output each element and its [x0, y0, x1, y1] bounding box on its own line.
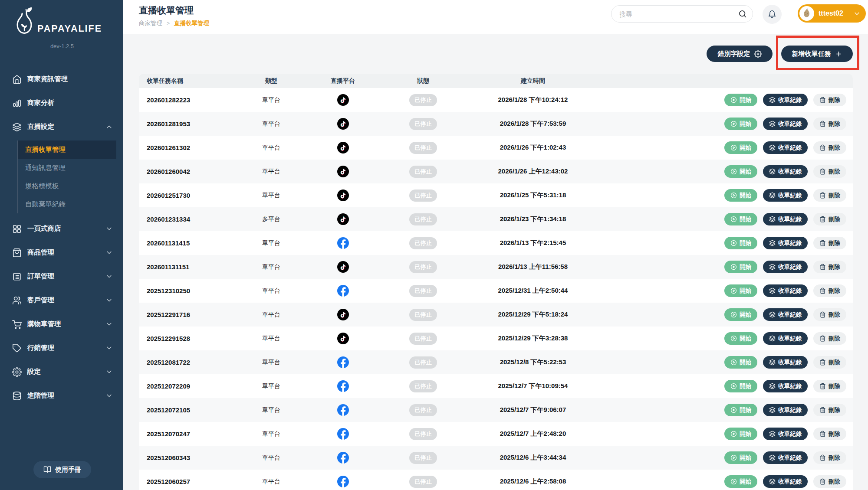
sidebar-item[interactable]: 訂單管理: [0, 265, 123, 288]
delete-button[interactable]: 刪除: [813, 261, 846, 273]
delete-button[interactable]: 刪除: [813, 237, 846, 249]
delete-button[interactable]: 刪除: [813, 189, 846, 202]
breadcrumb-current: 直播收單管理: [174, 20, 209, 27]
user-manual-button[interactable]: 使用手冊: [33, 461, 91, 478]
records-button[interactable]: 收單紀錄: [763, 141, 808, 154]
records-button[interactable]: 收單紀錄: [763, 428, 808, 440]
trash-icon: [819, 216, 826, 222]
start-button[interactable]: 開始: [724, 118, 757, 130]
delete-button[interactable]: 刪除: [813, 380, 846, 392]
sidebar-item[interactable]: 直播設定: [0, 115, 123, 139]
delete-button[interactable]: 刪除: [813, 165, 846, 178]
start-button[interactable]: 開始: [724, 94, 757, 106]
delete-button[interactable]: 刪除: [813, 141, 846, 154]
start-button[interactable]: 開始: [724, 332, 757, 345]
delete-button[interactable]: 刪除: [813, 332, 846, 345]
table-row: 202512060343 單平台 已停止 2025/12/6 上午3:44:34…: [139, 446, 853, 470]
task-table-card: 收單任務名稱 類型 直播平台 狀態 建立時間 202601282223 單平台 …: [139, 74, 853, 490]
delete-button[interactable]: 刪除: [813, 356, 846, 369]
sidebar-item-icon: [12, 296, 22, 305]
start-button[interactable]: 開始: [724, 451, 757, 464]
delete-button[interactable]: 刪除: [813, 451, 846, 464]
trash-icon: [819, 454, 826, 461]
table-row: 202512081722 單平台 已停止 2025/12/8 下午5:22:53…: [139, 350, 853, 374]
table-row: 202601281953 單平台 已停止 2026/1/28 下午7:53:59…: [139, 112, 853, 136]
delete-button[interactable]: 刪除: [813, 213, 846, 225]
papayalife-logo-icon: [13, 6, 36, 42]
breadcrumb-parent[interactable]: 商家管理: [139, 20, 162, 27]
delete-button[interactable]: 刪除: [813, 428, 846, 440]
add-task-button[interactable]: 新增收單任務: [781, 46, 853, 62]
facebook-icon: [337, 452, 349, 464]
sidebar-item-label: 設定: [27, 367, 41, 376]
search-input[interactable]: [612, 6, 753, 22]
records-button[interactable]: 收單紀錄: [763, 332, 808, 345]
sidebar-item-icon: [12, 122, 22, 132]
sidebar-nav: 商家資訊管理 商家分析 直播設定 直播收單管理通知訊息管理規格標模板自動棄單紀錄…: [0, 67, 123, 408]
start-button[interactable]: 開始: [724, 308, 757, 321]
records-button[interactable]: 收單紀錄: [763, 308, 808, 321]
records-button[interactable]: 收單紀錄: [763, 284, 808, 297]
start-button[interactable]: 開始: [724, 261, 757, 273]
sidebar-item[interactable]: 購物車管理: [0, 312, 123, 336]
created-time: 2025/12/6 上午2:58:08: [451, 477, 615, 486]
records-button[interactable]: 收單紀錄: [763, 475, 808, 488]
records-button[interactable]: 收單紀錄: [763, 94, 808, 106]
created-time: 2026/1/26 下午1:02:43: [451, 144, 615, 152]
sidebar-item[interactable]: 商品管理: [0, 241, 123, 265]
created-time: 2026/1/28 下午10:24:12: [451, 96, 615, 104]
start-button[interactable]: 開始: [724, 475, 757, 488]
created-time: 2025/12/29 下午3:28:38: [451, 334, 615, 343]
start-button[interactable]: 開始: [724, 189, 757, 202]
typo-settings-button[interactable]: 錯別字設定: [707, 46, 773, 62]
logo-leaf: [27, 7, 32, 12]
sidebar-item[interactable]: 商家分析: [0, 91, 123, 115]
table-row: 202512072105 單平台 已停止 2025/12/7 下午9:06:07…: [139, 398, 853, 422]
delete-button[interactable]: 刪除: [813, 94, 846, 106]
records-button[interactable]: 收單紀錄: [763, 189, 808, 202]
sidebar-item-label: 行銷管理: [27, 343, 54, 353]
start-button[interactable]: 開始: [724, 237, 757, 249]
sidebar-subitem[interactable]: 直播收單管理: [18, 140, 116, 159]
topbar: 直播收單管理 商家管理 > 直播收單管理 tttest02: [123, 0, 868, 34]
start-button[interactable]: 開始: [724, 284, 757, 297]
sidebar-item[interactable]: 設定: [0, 360, 123, 384]
delete-button[interactable]: 刪除: [813, 118, 846, 130]
start-button[interactable]: 開始: [724, 141, 757, 154]
delete-button[interactable]: 刪除: [813, 284, 846, 297]
records-button[interactable]: 收單紀錄: [763, 356, 808, 369]
start-button[interactable]: 開始: [724, 404, 757, 416]
records-button[interactable]: 收單紀錄: [763, 451, 808, 464]
sidebar-item[interactable]: 行銷管理: [0, 336, 123, 360]
play-circle-icon: [730, 431, 737, 437]
start-button[interactable]: 開始: [724, 356, 757, 369]
status-badge: 已停止: [409, 261, 437, 273]
status-badge: 已停止: [409, 94, 437, 106]
delete-button[interactable]: 刪除: [813, 404, 846, 416]
sidebar-item[interactable]: 一頁式商店: [0, 217, 123, 241]
delete-button[interactable]: 刪除: [813, 475, 846, 488]
task-type: 單平台: [252, 96, 291, 104]
start-button[interactable]: 開始: [724, 380, 757, 392]
sidebar-subitem[interactable]: 通知訊息管理: [18, 159, 116, 177]
sidebar-item[interactable]: 進階管理: [0, 384, 123, 408]
records-button[interactable]: 收單紀錄: [763, 380, 808, 392]
user-menu[interactable]: tttest02: [798, 4, 866, 23]
start-button[interactable]: 開始: [724, 165, 757, 178]
sidebar-subitem[interactable]: 自動棄單紀錄: [18, 195, 116, 213]
breadcrumb-separator: >: [167, 20, 170, 26]
delete-button[interactable]: 刪除: [813, 308, 846, 321]
records-button[interactable]: 收單紀錄: [763, 213, 808, 225]
sidebar-item[interactable]: 客戶管理: [0, 288, 123, 312]
start-button[interactable]: 開始: [724, 213, 757, 225]
records-button[interactable]: 收單紀錄: [763, 261, 808, 273]
records-button[interactable]: 收單紀錄: [763, 237, 808, 249]
sidebar-subitem[interactable]: 規格標模板: [18, 177, 116, 195]
sidebar-item[interactable]: 商家資訊管理: [0, 67, 123, 91]
start-button[interactable]: 開始: [724, 428, 757, 440]
records-button[interactable]: 收單紀錄: [763, 165, 808, 178]
notifications-button[interactable]: [763, 5, 782, 24]
records-button[interactable]: 收單紀錄: [763, 118, 808, 130]
records-button[interactable]: 收單紀錄: [763, 404, 808, 416]
search-icon[interactable]: [738, 10, 747, 18]
